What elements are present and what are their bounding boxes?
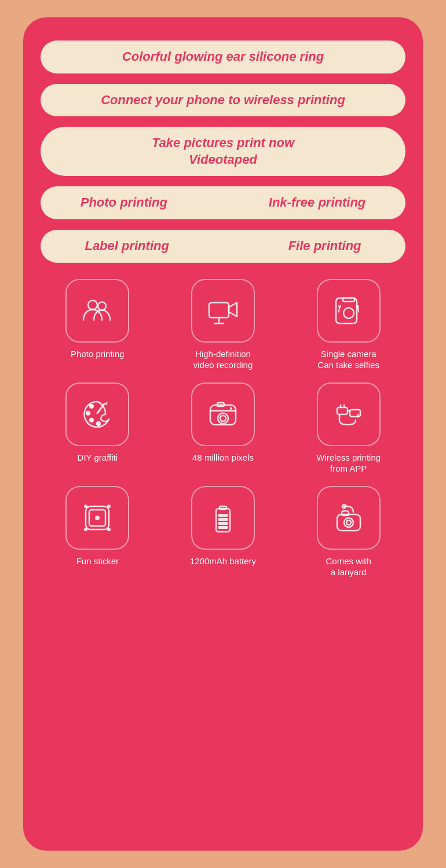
svg-point-24 [84,505,87,508]
svg-rect-17 [350,410,360,417]
icon-label-wireless: Wireless printing from APP [316,452,381,475]
svg-rect-30 [220,506,226,509]
main-card: Colorful glowing ear silicone ring Conne… [23,17,423,851]
icon-item-battery: 1200mAh battery [166,486,280,578]
pill-take-pictures: Take pictures print now Videotaped [41,127,405,176]
svg-rect-2 [209,303,229,318]
pixels-icon [206,397,240,432]
svg-point-26 [84,528,87,531]
svg-rect-38 [342,511,349,516]
icons-grid: Photo printing High-definition video rec… [41,279,405,578]
svg-point-7 [86,411,90,415]
pill-wireless-print-text: Connect your phone to wireless printing [101,93,345,107]
icon-item-video: High-definition video recording [166,279,280,371]
pill-photo-ink: Photo printing Ink-free printing [41,186,405,219]
icon-item-graffiti: DIY graffiti [41,382,155,475]
lanyard-icon [331,501,366,535]
icon-item-pixels: 48 million pixels [166,382,280,475]
svg-point-37 [346,520,351,525]
svg-point-14 [220,415,226,421]
svg-point-8 [90,418,93,422]
icon-label-video: High-definition video recording [193,348,253,371]
svg-point-1 [98,302,106,310]
svg-point-27 [107,528,111,531]
svg-point-5 [343,308,354,318]
svg-rect-33 [218,518,228,521]
icon-box-pixels [191,382,255,446]
pill-file-text: File printing [288,238,361,255]
svg-point-15 [230,407,232,410]
icon-label-battery: 1200mAh battery [190,556,256,567]
svg-rect-32 [218,522,228,525]
svg-point-13 [218,413,228,424]
pill-label-file: Label printing File printing [41,230,405,263]
svg-point-6 [90,404,93,408]
video-icon [206,293,240,328]
icon-item-wireless: Wireless printing from APP [291,382,405,475]
icon-item-photo: Photo printing [41,279,155,371]
icon-box-photo [65,279,129,343]
icon-label-photo: Photo printing [71,348,125,360]
icon-label-pixels: 48 million pixels [192,452,254,464]
pill-take-pictures-text: Take pictures print now Videotaped [152,135,294,167]
wireless-icon [331,397,366,432]
graffiti-icon [80,397,115,432]
svg-rect-31 [218,526,228,529]
pill-label-text: Label printing [85,238,169,255]
pill-wireless-print: Connect your phone to wireless printing [41,84,405,117]
svg-point-36 [344,518,353,527]
icon-label-lanyard: Comes with a lanyard [326,556,371,578]
icon-box-video [191,279,255,343]
icon-item-lanyard: Comes with a lanyard [291,486,405,578]
icon-box-graffiti [65,382,129,446]
pill-ink-text: Ink-free printing [269,194,365,211]
svg-line-10 [97,404,104,413]
icon-label-selfie: Single camera Can take selfies [317,348,379,371]
pill-photo-text: Photo printing [81,194,167,211]
icon-box-selfie [317,279,381,343]
photo-icon [80,293,115,328]
svg-rect-35 [337,514,360,531]
icon-box-sticker [65,486,129,550]
svg-rect-16 [337,407,348,414]
icon-label-sticker: Fun sticker [76,556,119,567]
pill-ear-ring: Colorful glowing ear silicone ring [41,41,405,73]
selfie-icon [331,293,366,328]
svg-point-28 [95,516,100,520]
svg-rect-34 [218,514,228,517]
pill-ear-ring-text: Colorful glowing ear silicone ring [122,49,324,64]
icon-box-battery [191,486,255,550]
icon-box-wireless [317,382,381,446]
icon-item-selfie: Single camera Can take selfies [291,279,405,371]
sticker-icon [80,501,115,535]
svg-point-0 [88,300,97,310]
icon-label-graffiti: DIY graffiti [78,452,118,464]
svg-point-25 [107,505,111,508]
icon-box-lanyard [317,486,381,550]
svg-point-9 [97,422,100,425]
icon-item-sticker: Fun sticker [41,486,155,578]
battery-icon [206,501,240,535]
